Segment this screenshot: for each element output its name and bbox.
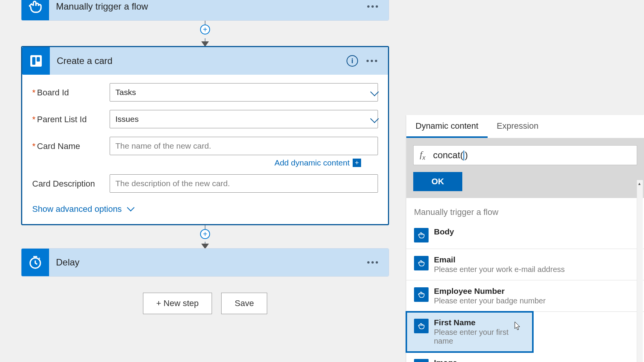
hand-tap-icon [414,287,429,302]
panel-scrollbar[interactable]: ▴ ▾ [637,180,643,362]
step-title: Manually trigger a flow [49,1,367,12]
card-description-input[interactable]: The description of the new card. [110,174,378,193]
hand-tap-icon [414,256,429,270]
more-icon[interactable] [367,5,378,8]
tab-expression[interactable]: Expression [488,115,548,138]
dc-item-employee-number[interactable]: Employee NumberPlease enter your badge n… [406,280,644,312]
hand-tap-icon [414,228,429,242]
more-icon[interactable] [366,60,377,62]
card-name-label: *Card Name [32,137,110,151]
board-id-label: *Board Id [32,83,110,98]
ok-button[interactable]: OK [413,172,462,191]
parent-list-id-label: *Parent List Id [32,110,110,124]
add-step-between-icon[interactable]: + [200,229,210,239]
hand-tap-icon [414,359,429,362]
tab-dynamic-content[interactable]: Dynamic content [406,115,488,138]
card-description-label: Card Description [32,174,110,189]
dc-item-image[interactable]: ImagePlease post an image of the error [406,352,644,362]
timer-icon [21,249,49,276]
dc-item-desc: Please enter your badge number [434,296,545,305]
dc-item-title: First Name [434,318,525,327]
step-title: Delay [49,257,367,268]
mouse-cursor-icon [514,321,521,331]
card-name-input[interactable]: The name of the new card. [110,137,378,155]
dc-item-title: Email [434,255,565,264]
dc-item-email[interactable]: EmailPlease enter your work e-mail addre… [406,249,644,280]
more-icon[interactable] [367,261,378,264]
step-delay[interactable]: Delay [21,248,389,277]
show-advanced-options-link[interactable]: Show advanced options [32,201,378,215]
fx-icon: fx [420,149,426,161]
dc-item-desc: Please enter your first name [434,328,525,346]
add-dynamic-content-link[interactable]: Add dynamic content + [274,158,361,167]
new-step-button[interactable]: + New step [143,293,212,314]
parent-list-id-select[interactable]: Issues [110,110,378,128]
dc-item-title: Employee Number [434,287,545,296]
board-id-select[interactable]: Tasks [110,83,378,102]
dc-item-title: Image [434,358,547,362]
scroll-up-icon[interactable]: ▴ [638,181,641,186]
hand-tap-icon [414,319,429,333]
formula-text: concat() [433,150,468,161]
dc-item-desc: Please enter your work e-mail address [434,265,565,274]
dc-item-first-name[interactable]: First NamePlease enter your first name [406,312,533,352]
chevron-down-icon [127,204,135,211]
step-manually-trigger[interactable]: Manually trigger a flow [21,0,389,21]
parent-list-id-value: Issues [115,115,139,124]
dc-item-body[interactable]: Body [406,221,644,249]
info-icon[interactable]: i [347,55,358,67]
dynamic-content-panel: Dynamic content Expression fx concat() O… [406,115,644,362]
add-step-between-icon[interactable]: + [200,25,210,34]
dc-section-title: Manually trigger a flow [406,198,644,221]
svg-rect-2 [37,57,40,62]
formula-input[interactable]: fx concat() [413,145,637,165]
trello-icon [22,47,50,75]
svg-rect-0 [30,55,42,67]
step-create-card[interactable]: Create a card i *Board Id Tasks *Parent … [21,46,389,225]
step-title: Create a card [50,56,347,66]
dc-item-title: Body [434,227,454,236]
plus-icon: + [353,159,361,167]
board-id-value: Tasks [115,88,136,97]
svg-rect-1 [32,57,35,65]
save-button[interactable]: Save [221,293,267,314]
hand-tap-icon [21,0,49,20]
